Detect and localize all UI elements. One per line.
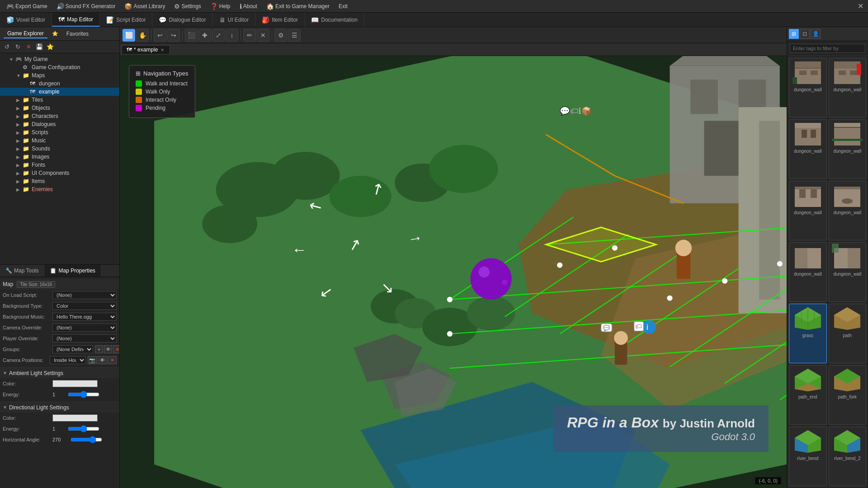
ambient-color-swatch[interactable] [52, 380, 98, 387]
tree-item-scripts[interactable]: ▶ 📁 Scripts [0, 128, 119, 136]
camera-pos-eye-button[interactable]: 👁 [98, 356, 107, 364]
tree-item-dungeon[interactable]: 🗺 dungeon [0, 80, 119, 88]
tile-dungeon-wall-3[interactable]: dungeon_wall [789, 119, 827, 179]
tag-filter-input[interactable] [790, 44, 865, 53]
tile-dungeon-wall-7[interactable]: dungeon_wall [789, 242, 827, 302]
groups-select[interactable]: (None Defined) [52, 345, 93, 353]
tree-item-items[interactable]: ▶ 📁 Items [0, 177, 119, 185]
tile-path[interactable]: path [829, 304, 867, 363]
tab-item-editor[interactable]: 🎒 Item Editor [255, 13, 305, 27]
right-panel-btn1[interactable]: ⊞ [789, 29, 799, 39]
tile-path-fork[interactable]: path_fork [829, 365, 867, 425]
ambient-energy-input[interactable] [52, 392, 66, 397]
map-icon: 🗺 [58, 16, 65, 23]
dir-energy-input[interactable] [52, 426, 66, 432]
undo-button[interactable]: ↩ [154, 29, 166, 42]
add-button[interactable]: ✚ [198, 29, 211, 42]
save-button[interactable]: 💾 [34, 42, 44, 52]
map-settings-button[interactable]: ⚙ [274, 29, 287, 42]
tile-dungeon-wall-6[interactable]: dungeon_wall [829, 181, 867, 240]
draw-button[interactable]: ✏ [243, 29, 256, 42]
player-override-select[interactable]: (None) [52, 334, 117, 343]
on-load-script-select[interactable]: (None) [52, 291, 117, 299]
tiles-button[interactable]: ⬛ [185, 29, 198, 42]
dir-color-swatch[interactable] [52, 414, 98, 422]
ambient-light-header[interactable]: ▼ Ambient Light Settings [0, 367, 119, 378]
tree-item-my-game[interactable]: ▼ 🎮 My Game [0, 55, 119, 63]
tool-select-button[interactable]: ⬜ [123, 29, 135, 42]
right-panel-btn2[interactable]: ⊡ [800, 29, 810, 39]
tile-dungeon-wall-4[interactable]: dungeon_wall [829, 119, 867, 179]
camera-override-select[interactable]: (None) [52, 324, 117, 332]
map-menu-button[interactable]: ☰ [288, 29, 301, 42]
flip-button[interactable]: ↕ [226, 29, 238, 42]
resize-button[interactable]: ⤢ [212, 29, 225, 42]
tab-map-properties[interactable]: 📋 Map Properties [44, 265, 101, 277]
h-angle-slider[interactable] [71, 436, 102, 443]
menu-exit[interactable]: Exit [335, 2, 351, 10]
tile-river-bend[interactable]: river_bend [789, 427, 827, 486]
settings-icon: ⚙ [174, 3, 180, 10]
camera-pos-add-button[interactable]: 📷 [88, 356, 97, 364]
directional-light-header[interactable]: ▼ Directional Light Settings [0, 402, 119, 413]
menu-sound-fx[interactable]: 🔊 Sound FX Generator [53, 2, 119, 11]
tree-item-sounds[interactable]: ▶ 📁 Sounds [0, 145, 119, 153]
tile-grass[interactable]: grass [789, 304, 827, 363]
tree-item-dialogues[interactable]: ▶ 📁 Dialogues [0, 120, 119, 128]
groups-eye-button[interactable]: 👁 [104, 345, 112, 353]
tree-item-example[interactable]: 🗺 example [0, 88, 119, 96]
map-tab-example[interactable]: 🗺 * example ✕ [122, 45, 170, 54]
tab-map-editor[interactable]: 🗺 Map Editor [52, 13, 100, 27]
h-angle-input[interactable] [52, 437, 69, 442]
tree-item-tiles[interactable]: ▶ 📁 Tiles [0, 96, 119, 104]
groups-delete-button[interactable]: ✕ [113, 345, 119, 353]
window-close-icon[interactable]: ✕ [855, 1, 865, 11]
tab-ui-editor[interactable]: 🖥 UI Editor [213, 13, 256, 27]
tab-documentation[interactable]: 📖 Documentation [305, 13, 364, 27]
tree-item-game-config[interactable]: ⚙ Game Configuration [0, 63, 119, 71]
tree-item-maps[interactable]: ▼ 📁 Maps [0, 71, 119, 80]
menu-help[interactable]: ❓ Help [207, 2, 234, 11]
menu-asset-library[interactable]: 📦 Asset Library [121, 2, 169, 11]
tile-dungeon-wall-2[interactable]: dungeon_wall [829, 58, 867, 117]
tab-voxel-editor[interactable]: 🧊 Voxel Editor [0, 13, 52, 27]
groups-add-button[interactable]: + [95, 345, 103, 353]
ambient-energy-slider[interactable] [68, 391, 99, 398]
camera-pos-delete-button[interactable]: ✕ [108, 356, 117, 364]
tab-dialogue-editor[interactable]: 💬 Dialogue Editor [152, 13, 212, 27]
tree-item-fonts[interactable]: ▶ 📁 Fonts [0, 161, 119, 169]
star-button[interactable]: ⭐ [45, 42, 55, 52]
tree-item-enemies[interactable]: ▶ 📁 Enemies [0, 185, 119, 193]
tab-script-editor[interactable]: 📝 Script Editor [100, 13, 152, 27]
tree-item-images[interactable]: ▶ 📁 Images [0, 153, 119, 161]
background-music-select[interactable]: Hello There.ogg [52, 313, 117, 321]
background-type-select[interactable]: Color [52, 302, 117, 310]
tree-item-characters[interactable]: ▶ 📁 Characters [0, 112, 119, 120]
tile-dungeon-wall-5[interactable]: dungeon_wall [789, 181, 827, 240]
tree-item-music[interactable]: ▶ 📁 Music [0, 136, 119, 145]
tool-pan-button[interactable]: ✋ [136, 29, 149, 42]
forward-button[interactable]: ↻ [13, 42, 23, 52]
right-panel-btn3[interactable]: 👤 [811, 29, 821, 39]
map-viewport[interactable]: ↖ ↗ ← ↗ → ↙ ↘ 💬 i [120, 56, 787, 488]
tile-dungeon-wall-8[interactable]: dungeon_wall [829, 242, 867, 302]
map-tab-close-button[interactable]: ✕ [160, 47, 165, 52]
tile-river-bend-2[interactable]: river_bend_2 [829, 427, 867, 486]
tile-dungeon-wall-1[interactable]: dungeon_wall [789, 58, 827, 117]
tab-favorites[interactable]: Favorites [63, 30, 92, 38]
tree-item-ui-components[interactable]: ▶ 📁 UI Components [0, 169, 119, 177]
refresh-button[interactable]: ↺ [2, 42, 12, 52]
camera-positions-select[interactable]: Inside House [50, 356, 86, 364]
tree-item-objects[interactable]: ▶ 📁 Objects [0, 104, 119, 112]
menu-about[interactable]: ℹ About [236, 2, 261, 11]
tile-path-end[interactable]: path_end [789, 365, 827, 425]
tab-map-tools[interactable]: 🔧 Map Tools [0, 265, 44, 277]
erase-button[interactable]: ✕ [257, 29, 269, 42]
menu-export-game[interactable]: 🎮 Export Game [3, 2, 51, 11]
tab-game-explorer[interactable]: Game Explorer [4, 29, 47, 38]
dir-energy-slider[interactable] [68, 426, 99, 432]
menu-exit-game-manager[interactable]: 🏠 Exit to Game Manager [263, 2, 333, 11]
menu-settings[interactable]: ⚙ Settings [170, 2, 204, 11]
close-button[interactable]: ✕ [24, 42, 33, 52]
redo-button[interactable]: ↪ [167, 29, 180, 42]
